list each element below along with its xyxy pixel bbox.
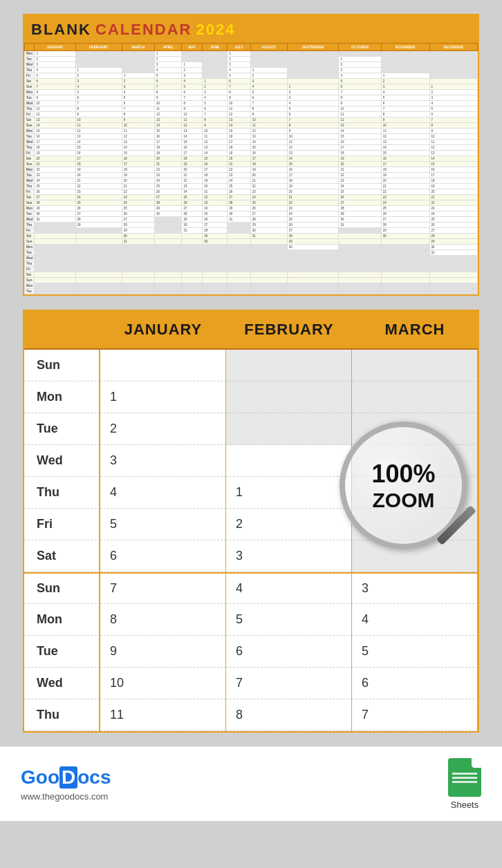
zoom-day-label: Thu (24, 699, 100, 731)
zoom-cell-mar: 7 (352, 699, 478, 731)
zoom-cell-feb (226, 350, 352, 381)
zoom-cell-feb: 7 (226, 668, 352, 699)
zoom-cell-feb: 4 (226, 572, 352, 604)
zoom-cell-mar (352, 540, 478, 572)
zoom-cell-feb (226, 381, 352, 413)
calendar-header: BLANK CALENDAR 2024 (24, 15, 478, 43)
zoom-cell-mar: 3 (352, 572, 478, 604)
zoom-day-label: Sat (24, 540, 100, 572)
sheets-icon-image (448, 758, 481, 797)
title-blank: BLANK (31, 21, 91, 39)
zoom-day-label: Sun (24, 572, 100, 604)
zoom-cell-jan: 11 (100, 699, 226, 731)
top-calendar: BLANK CALENDAR 2024 JANUARY FEBRUARY MAR… (23, 14, 479, 296)
col-oct: OCTOBER (339, 44, 381, 51)
title-year: 2024 (196, 21, 235, 39)
zoom-calendar: JANUARY FEBRUARY MARCH SunMon1Tue2Wed3Th… (23, 310, 479, 733)
zoom-day-label: Mon (24, 604, 100, 636)
zoom-day-label: Wed (24, 668, 100, 699)
zoom-cell-jan: 2 (100, 413, 226, 445)
zoom-cell-jan: 8 (100, 604, 226, 636)
logo-d: D (59, 766, 77, 789)
zoom-cell-jan: 7 (100, 572, 226, 604)
title-calendar: CALENDAR (95, 21, 192, 39)
zoom-day-label: Fri (24, 509, 100, 540)
col-dayname (25, 44, 35, 51)
sheets-label: Sheets (451, 800, 478, 810)
sheets-icon: Sheets (448, 758, 481, 810)
zoom-cell-feb: 3 (226, 540, 352, 572)
col-jan: JANUARY (35, 44, 75, 51)
header-corner (24, 311, 100, 348)
zoom-cell-jan: 6 (100, 540, 226, 572)
zoom-cell-mar (352, 350, 478, 381)
zoom-cell-feb: 5 (226, 604, 352, 636)
sheets-line-1 (452, 773, 477, 775)
col-apr: APRIL (154, 44, 181, 51)
zoom-cell-jan: 3 (100, 445, 226, 477)
zoom-body: SunMon1Tue2Wed3Thu41Fri52Sat63Sun743Mon8… (24, 350, 478, 731)
zoom-cell-feb: 8 (226, 699, 352, 731)
zoom-cell-jan: 5 (100, 509, 226, 540)
zoom-cell-mar (352, 381, 478, 413)
zoom-cell-mar (352, 509, 478, 540)
zoom-cell-feb: 1 (226, 477, 352, 509)
col-jul: JULY (227, 44, 251, 51)
zoom-cell-jan: 4 (100, 477, 226, 509)
zoom-cell-feb: 2 (226, 509, 352, 540)
zoom-month-feb: FEBRUARY (226, 311, 352, 348)
sheets-line-3 (452, 781, 477, 783)
zoom-cell-jan: 10 (100, 668, 226, 699)
zoom-cell-jan (100, 350, 226, 381)
col-may: MAY (182, 44, 203, 51)
goodocs-logo: Goo D ocs (21, 766, 111, 789)
zoom-cell-mar (352, 477, 478, 509)
zoom-day-label: Tue (24, 413, 100, 445)
sheets-line-2 (452, 777, 477, 779)
col-nov: NOVEMBER (381, 44, 429, 51)
zoom-cell-mar (352, 445, 478, 477)
zoom-cell-jan: 9 (100, 636, 226, 668)
col-jun: JUNE (203, 44, 227, 51)
col-aug: AUGUST (250, 44, 287, 51)
zoom-month-mar: MARCH (352, 311, 478, 348)
logo-goo: Goo (21, 766, 59, 789)
zoom-day-label: Sun (24, 350, 100, 381)
zoom-day-label: Wed (24, 445, 100, 477)
zoom-cell-mar: 6 (352, 668, 478, 699)
col-sep: SEPTEMBER (287, 44, 339, 51)
footer-brand: Goo D ocs www.thegoodocs.com (21, 766, 111, 802)
zoom-month-jan: JANUARY (100, 311, 226, 348)
col-dec: DECEMBER (429, 44, 477, 51)
zoom-header: JANUARY FEBRUARY MARCH (24, 311, 478, 350)
footer: Goo D ocs www.thegoodocs.com Sheets (0, 746, 502, 821)
logo-ocs: ocs (77, 766, 111, 789)
small-calendar: JANUARY FEBRUARY MARCH APRIL MAY JUNE JU… (24, 43, 478, 294)
zoom-day-label: Tue (24, 636, 100, 668)
zoom-cell-mar (352, 413, 478, 445)
zoom-cell-mar: 5 (352, 636, 478, 668)
zoom-cell-feb (226, 413, 352, 445)
zoom-cell-feb: 6 (226, 636, 352, 668)
footer-url: www.thegoodocs.com (21, 791, 111, 802)
zoom-cell-mar: 4 (352, 604, 478, 636)
sheets-lines (452, 771, 477, 785)
zoom-cell-jan: 1 (100, 381, 226, 413)
zoom-day-label: Mon (24, 381, 100, 413)
zoom-day-label: Thu (24, 477, 100, 509)
col-feb: FEBRUARY (75, 44, 122, 51)
zoom-cell-feb (226, 445, 352, 477)
col-mar: MARCH (122, 44, 154, 51)
